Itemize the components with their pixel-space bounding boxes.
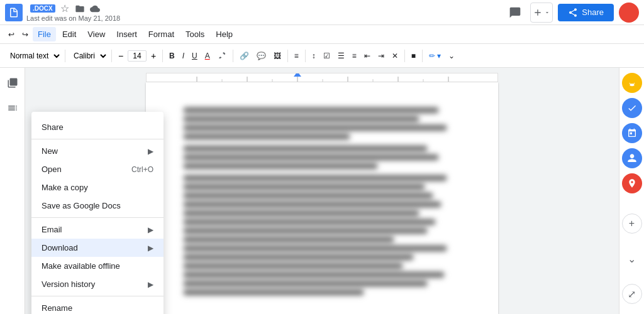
- line-spacing-button[interactable]: ↕: [309, 50, 319, 62]
- menu-section-share-download: Email ▶ Download ▶ Make available offlin…: [31, 217, 164, 296]
- menu-item-rename[interactable]: Rename: [31, 299, 164, 314]
- right-sidebar: + ⌄ ⤢: [619, 68, 644, 314]
- menu-item-save-as-google-docs[interactable]: Save as Google Docs: [31, 197, 164, 215]
- download-label: Download: [42, 243, 142, 252]
- menu-tools[interactable]: Tools: [180, 27, 209, 41]
- last-edit: Last edit was on May 21, 2018: [26, 14, 501, 22]
- add-sidebar-icon[interactable]: +: [622, 214, 642, 234]
- doc-page: [146, 82, 498, 314]
- text-color-button[interactable]: A: [202, 50, 213, 62]
- doc-content: [184, 107, 460, 295]
- menu-format[interactable]: Format: [143, 27, 179, 41]
- font-select[interactable]: Calibri: [69, 50, 108, 62]
- image-button[interactable]: 🖼: [270, 50, 284, 62]
- ruler: [146, 73, 498, 82]
- font-size-area: − +: [115, 50, 159, 62]
- menu-insert[interactable]: Insert: [111, 27, 142, 41]
- align-button[interactable]: ≡: [291, 50, 302, 62]
- chevron-up-icon[interactable]: ⌄: [622, 249, 642, 269]
- bold-button[interactable]: B: [166, 50, 178, 62]
- rename-label: Rename: [42, 303, 153, 313]
- menu-view[interactable]: View: [82, 27, 110, 41]
- menu-item-email[interactable]: Email ▶: [31, 220, 164, 239]
- menu-help[interactable]: Help: [211, 27, 238, 41]
- menu-section-file: New ▶ Open Ctrl+O Make a copy Save as Go…: [31, 139, 164, 217]
- people-icon[interactable]: [622, 148, 642, 168]
- expand-icon[interactable]: ⤢: [622, 284, 642, 304]
- menu-item-make-copy[interactable]: Make a copy: [31, 178, 164, 197]
- sep7: [404, 50, 405, 62]
- keep-icon[interactable]: [622, 73, 642, 93]
- decrease-indent-button[interactable]: ⇤: [361, 50, 374, 62]
- clear-format-button[interactable]: ✕: [389, 50, 401, 62]
- menu-item-version-history[interactable]: Version history ▶: [31, 275, 164, 293]
- menu-item-new[interactable]: New ▶: [31, 142, 164, 160]
- email-arrow: ▶: [148, 225, 153, 234]
- sep2: [111, 50, 112, 62]
- comment-inline-button[interactable]: 💬: [253, 50, 269, 62]
- add-button[interactable]: [530, 3, 553, 23]
- sep4: [233, 50, 233, 62]
- sep8: [422, 50, 423, 62]
- increase-indent-button[interactable]: ⇥: [375, 50, 387, 62]
- menu-item-share[interactable]: Share: [31, 118, 164, 136]
- font-size-increase[interactable]: +: [148, 50, 159, 62]
- new-arrow: ▶: [148, 147, 153, 156]
- avatar[interactable]: [619, 3, 639, 23]
- sidebar-explore-icon[interactable]: [3, 73, 23, 93]
- toolbar: Normal text Calibri − + B I U A 🔗 💬 🖼 ≡ …: [0, 44, 644, 68]
- top-bar: .DOCX ☆ Last edit was on May 21, 2018: [0, 0, 644, 25]
- main-area: + ⌄ ⤢ Share New ▶ Open Ctrl+O Make a cop…: [0, 68, 644, 314]
- underline-button[interactable]: U: [189, 50, 201, 62]
- top-right: Share: [505, 3, 639, 23]
- text-bg-button[interactable]: ■: [408, 50, 419, 62]
- tasks-icon[interactable]: [622, 98, 642, 118]
- maps-icon[interactable]: [622, 173, 642, 193]
- calendar-icon[interactable]: [622, 123, 642, 143]
- redo-button[interactable]: ↪: [19, 28, 31, 41]
- email-label: Email: [42, 225, 142, 234]
- star-icon[interactable]: ☆: [59, 3, 70, 14]
- comment-button[interactable]: [505, 3, 525, 23]
- sidebar-outline-icon[interactable]: [3, 98, 23, 118]
- make-copy-label: Make a copy: [42, 183, 153, 192]
- title-row: .DOCX ☆: [26, 3, 501, 14]
- bullets-button[interactable]: ☰: [335, 50, 348, 62]
- menu-item-open[interactable]: Open Ctrl+O: [31, 160, 164, 178]
- share-button[interactable]: Share: [558, 4, 614, 21]
- menu-file[interactable]: File: [33, 27, 56, 41]
- share-label: Share: [582, 8, 604, 17]
- menu-section-share: Share: [31, 116, 164, 139]
- menu-section-rename: Rename Move Add shortcut to Drive Move t…: [31, 296, 164, 314]
- undo-button[interactable]: ↩: [5, 28, 18, 41]
- folder-icon[interactable]: [74, 3, 86, 14]
- menu-item-download[interactable]: Download ▶: [31, 239, 164, 257]
- docx-badge: .DOCX: [30, 4, 55, 13]
- open-shortcut: Ctrl+O: [131, 165, 153, 174]
- undo-redo: ↩ ↪: [5, 28, 31, 41]
- menu-item-offline[interactable]: Make available offline: [31, 257, 164, 275]
- edit-mode-button[interactable]: ✏ ▾: [426, 50, 444, 62]
- open-item-label: Open: [42, 165, 125, 174]
- download-arrow: ▶: [148, 244, 153, 252]
- checklist-button[interactable]: ☑: [320, 50, 333, 62]
- svg-rect-0: [147, 73, 497, 82]
- menu-edit[interactable]: Edit: [57, 27, 81, 41]
- link-button[interactable]: 🔗: [236, 50, 252, 62]
- more-tools-button[interactable]: ⌄: [445, 50, 458, 62]
- version-arrow: ▶: [148, 280, 153, 289]
- italic-button[interactable]: I: [179, 50, 187, 62]
- offline-label: Make available offline: [42, 261, 153, 271]
- file-dropdown-menu: Share New ▶ Open Ctrl+O Make a copy Save…: [31, 112, 164, 314]
- version-history-label: Version history: [42, 279, 142, 289]
- font-size-input[interactable]: [128, 50, 147, 62]
- cloud-icon[interactable]: [89, 3, 101, 14]
- numbered-list-button[interactable]: ≡: [349, 50, 360, 62]
- highlight-button[interactable]: [214, 50, 230, 62]
- doc-icon: [5, 4, 23, 21]
- ruler-svg: [147, 73, 497, 82]
- left-sidebar: [0, 68, 25, 314]
- font-size-decrease[interactable]: −: [115, 50, 126, 62]
- share-item-label: Share: [42, 122, 153, 132]
- text-style-select[interactable]: Normal text: [5, 50, 62, 62]
